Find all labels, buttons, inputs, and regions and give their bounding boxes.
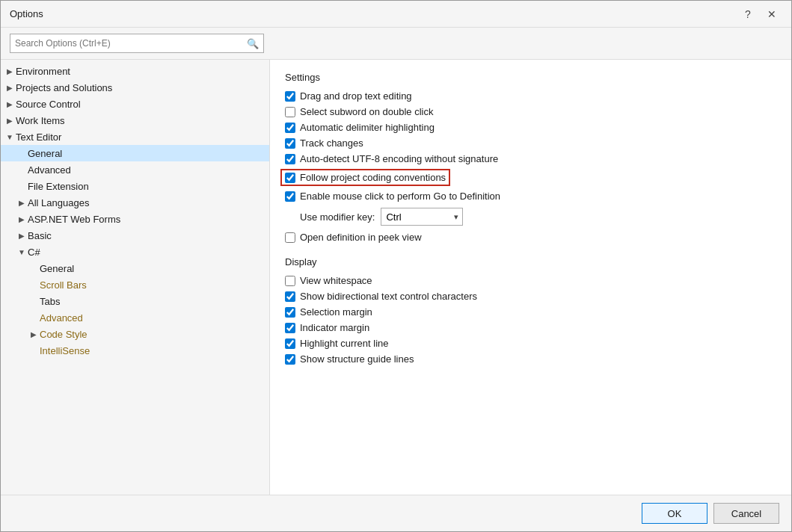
sidebar-item-text-editor[interactable]: ▼Text Editor (1, 129, 269, 145)
label-auto-delimiter: Automatic delimiter highlighting (300, 122, 435, 133)
sidebar-item-source-control[interactable]: ▶Source Control (1, 96, 269, 112)
checkbox-highlight-current[interactable] (285, 338, 295, 349)
sidebar-item-intellisense[interactable]: IntelliSense (1, 342, 269, 359)
checkbox-row-selection-margin: Selection margin (285, 306, 776, 318)
label-indicator-margin: Indicator margin (300, 322, 369, 333)
tree-arrow-projects-solutions: ▶ (4, 84, 16, 92)
checkbox-show-structure[interactable] (285, 354, 295, 365)
sidebar-label-general: General (28, 148, 62, 159)
title-bar-actions: ? ✕ (737, 5, 782, 23)
divider (285, 247, 776, 256)
sidebar-label-csharp-advanced: Advanced (40, 312, 83, 324)
sidebar-label-intellisense: IntelliSense (40, 345, 90, 356)
checkbox-row-follow-project: Follow project coding conventions (280, 169, 450, 186)
sidebar-label-csharp: C# (28, 247, 40, 258)
sidebar-item-advanced[interactable]: Advanced (1, 161, 269, 178)
checkbox-row-show-structure: Show structure guide lines (285, 353, 776, 365)
label-show-structure: Show structure guide lines (300, 353, 414, 365)
label-select-subword: Select subword on double click (300, 106, 434, 117)
sidebar-item-csharp[interactable]: ▼C# (1, 244, 269, 260)
tree-arrow-code-style: ▶ (28, 330, 40, 338)
sidebar-label-environment: Environment (16, 66, 70, 77)
sidebar-item-projects-solutions[interactable]: ▶Projects and Solutions (1, 79, 269, 96)
checkbox-drag-drop[interactable] (285, 91, 295, 102)
dialog-body: 🔍 ▶Environment▶Projects and Solutions▶So… (1, 28, 791, 495)
label-drag-drop: Drag and drop text editing (300, 90, 412, 102)
search-icon: 🔍 (247, 38, 259, 49)
checkbox-select-subword[interactable] (285, 107, 295, 117)
label-track-changes: Track changes (300, 137, 363, 149)
dialog-footer: OK Cancel (1, 495, 791, 531)
sidebar-item-file-extension[interactable]: File Extension (1, 178, 269, 194)
title-bar: Options ? ✕ (1, 1, 791, 28)
modifier-key-select[interactable]: CtrlAltCtrl+Alt (381, 208, 463, 226)
modifier-key-row: Use modifier key:CtrlAltCtrl+Alt (300, 208, 776, 226)
sidebar-item-csharp-tabs[interactable]: Tabs (1, 293, 269, 309)
label-follow-project: Follow project coding conventions (300, 172, 446, 183)
checkbox-auto-delimiter[interactable] (285, 123, 295, 133)
sidebar-item-csharp-advanced[interactable]: Advanced (1, 309, 269, 326)
tree-arrow-environment: ▶ (4, 67, 16, 75)
sidebar-item-csharp-general[interactable]: General (1, 260, 269, 276)
checkbox-row-show-bidi: Show bidirectional text control characte… (285, 291, 776, 302)
label-enable-mouse-click: Enable mouse click to perform Go to Defi… (300, 191, 500, 202)
label-view-whitespace: View whitespace (300, 275, 372, 286)
tree-arrow-csharp: ▼ (16, 248, 28, 256)
checkbox-row-auto-delimiter: Automatic delimiter highlighting (285, 122, 776, 133)
sidebar-label-file-extension: File Extension (28, 181, 89, 192)
label-show-bidi: Show bidirectional text control characte… (300, 291, 477, 302)
modifier-key-select-wrap: CtrlAltCtrl+Alt (381, 208, 463, 226)
ok-button[interactable]: OK (642, 503, 707, 524)
sidebar-item-general[interactable]: General (1, 145, 269, 161)
checkbox-follow-project[interactable] (285, 173, 295, 183)
sidebar-label-projects-solutions: Projects and Solutions (16, 82, 112, 93)
checkbox-track-changes[interactable] (285, 138, 295, 149)
tree-arrow-aspnet-web-forms: ▶ (16, 215, 28, 223)
sidebar-item-aspnet-web-forms[interactable]: ▶ASP.NET Web Forms (1, 211, 269, 227)
label-open-definition: Open definition in peek view (300, 232, 422, 243)
checkbox-row-select-subword: Select subword on double click (285, 106, 776, 117)
sidebar-label-text-editor: Text Editor (16, 132, 61, 143)
sidebar-item-code-style[interactable]: ▶Code Style (1, 326, 269, 342)
modifier-key-label: Use modifier key: (300, 211, 375, 223)
settings-title: Settings (285, 72, 776, 83)
checkbox-open-definition[interactable] (285, 232, 295, 243)
checkbox-auto-detect-utf8[interactable] (285, 154, 295, 164)
label-highlight-current: Highlight current line (300, 338, 389, 349)
options-dialog: Options ? ✕ 🔍 ▶Environment▶Projects and … (0, 0, 792, 532)
tree-arrow-all-languages: ▶ (16, 199, 28, 207)
sidebar-label-advanced: Advanced (28, 164, 71, 176)
checkbox-row-auto-detect-utf8: Auto-detect UTF-8 encoding without signa… (285, 153, 776, 164)
checkbox-indicator-margin[interactable] (285, 323, 295, 333)
sidebar-label-source-control: Source Control (16, 99, 81, 110)
cancel-button[interactable]: Cancel (713, 503, 779, 524)
sidebar-label-work-items: Work Items (16, 115, 65, 126)
sidebar-item-basic[interactable]: ▶Basic (1, 227, 269, 244)
display-title: Display (285, 256, 776, 267)
checkbox-enable-mouse-click[interactable] (285, 191, 295, 202)
close-button[interactable]: ✕ (761, 5, 782, 23)
main-area: ▶Environment▶Projects and Solutions▶Sour… (1, 60, 791, 495)
search-input-wrap: 🔍 (10, 34, 264, 53)
checkbox-view-whitespace[interactable] (285, 276, 295, 286)
sidebar-item-csharp-scroll-bars[interactable]: Scroll Bars (1, 276, 269, 293)
sidebar-label-csharp-general: General (40, 263, 74, 274)
checkbox-row-open-definition: Open definition in peek view (285, 232, 776, 243)
checkbox-row-indicator-margin: Indicator margin (285, 322, 776, 333)
checkbox-row-enable-mouse-click: Enable mouse click to perform Go to Defi… (285, 191, 776, 202)
tree-arrow-source-control: ▶ (4, 100, 16, 108)
checkbox-selection-margin[interactable] (285, 307, 295, 318)
sidebar-item-all-languages[interactable]: ▶All Languages (1, 194, 269, 211)
sidebar-label-code-style: Code Style (40, 329, 88, 340)
sidebar-item-environment[interactable]: ▶Environment (1, 63, 269, 79)
checkbox-show-bidi[interactable] (285, 291, 295, 302)
sidebar-label-aspnet-web-forms: ASP.NET Web Forms (28, 214, 120, 225)
content-area: SettingsDrag and drop text editingSelect… (270, 60, 791, 495)
sidebar-item-work-items[interactable]: ▶Work Items (1, 112, 269, 129)
dialog-title: Options (10, 8, 43, 19)
help-button[interactable]: ? (737, 5, 758, 23)
label-auto-detect-utf8: Auto-detect UTF-8 encoding without signa… (300, 153, 498, 164)
sidebar-label-basic: Basic (28, 230, 52, 241)
search-input[interactable] (15, 38, 247, 49)
sidebar: ▶Environment▶Projects and Solutions▶Sour… (1, 60, 270, 495)
